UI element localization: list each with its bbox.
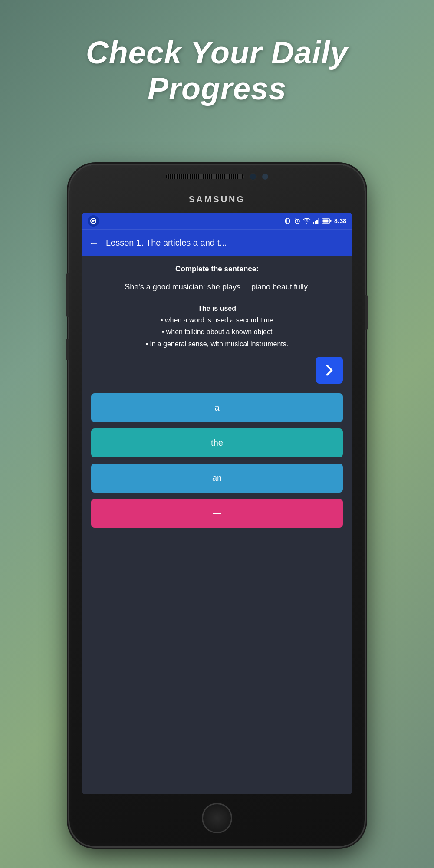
answer-dash-button[interactable]: — [91,499,343,528]
home-button[interactable] [202,803,232,833]
svg-rect-4 [289,219,290,223]
answer-the-button[interactable]: the [91,428,343,457]
svg-rect-15 [322,220,328,223]
svg-rect-10 [313,222,314,224]
back-button[interactable]: ← [89,238,99,248]
phone-shell: SAMSUNG [69,165,365,846]
svg-rect-16 [330,220,331,222]
svg-rect-13 [318,218,319,224]
speaker-grille [166,174,244,179]
screen-content: Complete the sentence: She's a good musi… [82,256,352,794]
svg-marker-1 [92,220,95,222]
power-button[interactable] [365,295,368,330]
phone-top-bar [136,173,298,181]
svg-rect-11 [315,221,316,224]
brand-logo: SAMSUNG [189,194,245,204]
status-icons [284,217,332,224]
status-bar: 8:38 [82,213,352,229]
svg-rect-12 [316,220,318,224]
camera-sensor [262,174,268,180]
hint-bullet-2: • when talking about a known object [91,326,343,338]
status-right: 8:38 [284,217,346,224]
status-left [88,215,99,227]
status-time: 8:38 [334,217,346,224]
next-button[interactable] [316,357,343,384]
phone-mockup: SAMSUNG [69,165,365,846]
next-button-row [91,357,343,384]
power-button-left[interactable] [66,339,69,360]
front-camera [249,173,257,181]
svg-rect-3 [286,218,289,224]
sentence-text: She's a good musician: she plays ... pia… [91,281,343,293]
svg-line-8 [295,219,296,220]
svg-line-9 [298,219,299,220]
answer-a-button[interactable]: a [91,393,343,422]
hint-title: The is used [91,302,343,314]
lesson-title: Lesson 1. The articles a and t... [106,238,345,248]
page-title: Check Your DailyProgress [0,35,434,107]
hint-bullet-1: • when a word is used a second time [91,314,343,326]
app-bar: ← Lesson 1. The articles a and t... [82,229,352,256]
instruction-text: Complete the sentence: [91,265,343,273]
answer-buttons: a the an — [91,393,343,528]
page-header: Check Your DailyProgress [0,0,434,124]
chevron-right-icon [322,363,336,377]
svg-rect-2 [285,219,286,223]
answer-an-button[interactable]: an [91,464,343,493]
phone-screen: 8:38 ← Lesson 1. The articles a and t...… [82,213,352,794]
app-icon [88,215,99,227]
volume-button[interactable] [66,273,69,317]
hint-bullet-3: • in a general sense, with musical instr… [91,338,343,350]
hint-section: The is used • when a word is used a seco… [91,302,343,350]
